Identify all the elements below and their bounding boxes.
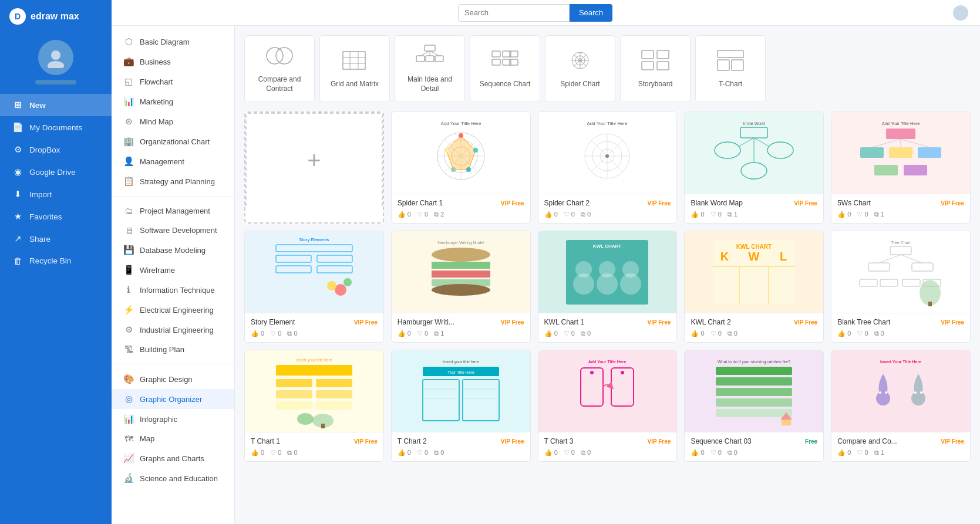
sidebar-item-recycle-bin[interactable]: 🗑 Recycle Bin (0, 250, 112, 272)
menu-item-science-edu[interactable]: 🔬 Science and Education (112, 468, 234, 488)
menu-item-building[interactable]: 🏗 Building Plan (112, 340, 234, 359)
sidebar: D edraw max ⊞ New 📄 My Documents ⚙ DropB… (0, 0, 112, 524)
svg-line-13 (420, 51, 430, 56)
like-stat: 👍 0 (837, 449, 851, 457)
menu-item-graphic-design[interactable]: 🎨 Graphic Design (112, 369, 234, 389)
menu-item-business[interactable]: 💼 Business (112, 52, 234, 72)
svg-rect-111 (868, 263, 890, 271)
menu-item-strategy[interactable]: 📋 Strategy and Planning (112, 171, 234, 191)
sidebar-item-google-drive[interactable]: ◉ Google Drive (0, 161, 112, 183)
menu-item-marketing[interactable]: 📊 Marketing (112, 92, 234, 111)
menu-item-graphs-charts[interactable]: 📈 Graphs and Charts (112, 448, 234, 468)
menu-item-graphic-organizer[interactable]: ◎ Graphic Organizer (112, 389, 234, 409)
menu-item-flowchart[interactable]: ◱ Flowchart (112, 72, 234, 92)
menu-item-mind-map[interactable]: ⊛ Mind Map (112, 111, 234, 131)
template-spider-chart-2[interactable]: Add Your Title Here (538, 111, 678, 224)
category-storyboard[interactable]: Storyboard (620, 35, 691, 102)
template-name: Spider Chart 1 (398, 199, 443, 207)
menu-item-wireframe[interactable]: 📱 Wireframe (112, 260, 234, 280)
svg-point-100 (620, 273, 641, 295)
template-info: KWL Chart 1 VIP Free 👍 0 ♡ 0 ⧉ 0 (538, 313, 677, 342)
search-button[interactable]: Search (570, 4, 612, 22)
vip-badge: VIP Free (354, 319, 378, 326)
svg-rect-130 (321, 424, 325, 428)
category-label: Compare andContract (258, 75, 301, 93)
category-main-idea[interactable]: Main Idea and Detail (395, 35, 465, 102)
search-input[interactable] (458, 4, 570, 22)
svg-rect-30 (657, 50, 669, 59)
copy-stat: ⧉ 0 (287, 449, 297, 457)
sidebar-item-import[interactable]: ⬇ Import (0, 183, 112, 205)
svg-rect-115 (902, 279, 920, 286)
category-spider-chart[interactable]: Spider Chart (545, 35, 615, 102)
category-label: Grid and Matrix (331, 80, 379, 89)
content-area: ⬡ Basic Diagram 💼 Business ◱ Flowchart 📊… (112, 26, 980, 524)
svg-marker-44 (446, 136, 476, 170)
sidebar-item-favorites[interactable]: ★ Favorites (0, 205, 112, 228)
template-t-chart-3[interactable]: Add Your Title Here (538, 350, 678, 462)
tree-thumb: Tree Chart (831, 231, 970, 313)
sidebar-item-dropbox[interactable]: ⚙ DropBox (0, 138, 112, 161)
template-kwl-chart-1[interactable]: KWL CHART KWL CHART (538, 231, 678, 343)
heart-stat: ♡ 0 (417, 211, 428, 218)
menu-item-industrial[interactable]: ⚙ Industrial Engineering (112, 320, 234, 340)
template-blank-tree-chart[interactable]: Tree Chart (831, 231, 971, 343)
menu-item-software-dev[interactable]: 🖥 Software Development (112, 221, 234, 240)
template-t-chart-2[interactable]: Insert your title here Your Title Here (391, 350, 531, 462)
template-title-row: Blank Word Map VIP Free (691, 199, 817, 207)
template-compare-co[interactable]: Insert Your Title Here (831, 350, 971, 462)
vip-badge: VIP Free (354, 438, 378, 445)
industrial-icon: ⚙ (123, 324, 134, 335)
template-5ws-chart[interactable]: Add Your Title Here (831, 111, 971, 224)
spider1-thumb: Add Your Title Here (392, 112, 530, 194)
svg-text:KWL CHART: KWL CHART (736, 244, 772, 250)
org-chart-icon: 🏢 (123, 136, 134, 147)
svg-line-117 (879, 255, 901, 263)
template-blank-word-map[interactable]: In the World Blank Word Map (684, 111, 824, 224)
plus-icon: + (307, 147, 321, 174)
category-grid-matrix[interactable]: Grid and Matrix (319, 35, 390, 102)
menu-item-org-chart[interactable]: 🏢 Organizational Chart (112, 131, 234, 151)
template-info: Sequence Chart 03 Free 👍 0 ♡ 0 ⧉ 0 (685, 432, 823, 461)
svg-text:Insert your title here: Insert your title here (443, 360, 479, 364)
menu-item-info-tech[interactable]: ℹ Information Technique (112, 280, 234, 300)
menu-item-management[interactable]: 👤 Management (112, 151, 234, 171)
template-hamburger[interactable]: Hamburger Writing Model Hamburger Writi.… (391, 231, 531, 343)
menu-item-electrical[interactable]: ⚡ Electrical Engineering (112, 300, 234, 320)
topbar-avatar[interactable] (953, 5, 968, 21)
template-name: Sequence Chart 03 (691, 437, 751, 445)
5ws-thumb: Add Your Title Here (831, 112, 970, 194)
svg-rect-60 (740, 127, 767, 138)
sidebar-item-my-documents[interactable]: 📄 My Documents (0, 116, 112, 138)
copy-stat: ⧉ 0 (434, 449, 444, 457)
template-title-row: Sequence Chart 03 Free (691, 437, 817, 445)
category-sequence-chart[interactable]: Sequence Chart (470, 35, 540, 102)
menu-item-project-mgmt[interactable]: 🗂 Project Management (112, 201, 234, 221)
category-t-chart[interactable]: T-Chart (695, 35, 766, 102)
svg-rect-126 (316, 390, 352, 398)
category-compare-contract[interactable]: Compare andContract (244, 35, 315, 102)
heart-stat: ♡ 0 (417, 330, 428, 337)
menu-item-infographic[interactable]: 📊 Infographic (112, 409, 234, 429)
menu-item-basic-diagram[interactable]: ⬡ Basic Diagram (112, 32, 234, 52)
svg-rect-35 (732, 60, 743, 70)
free-badge: Free (805, 438, 817, 445)
category-label: Spider Chart (560, 80, 600, 89)
mind-map-icon: ⊛ (123, 116, 134, 127)
template-story-element[interactable]: Story Elements (244, 231, 384, 343)
template-kwl-chart-2[interactable]: KWL CHART K W L KWL Chart 2 VIP Free (684, 231, 824, 343)
sidebar-item-new[interactable]: ⊞ New (0, 94, 112, 116)
template-sequence-chart-03[interactable]: What to do if your stocking catches fire… (684, 350, 824, 462)
menu-item-map[interactable]: 🗺 Map (112, 429, 234, 448)
sidebar-item-label: Recycle Bin (29, 256, 71, 265)
template-title-row: Hamburger Writi... VIP Free (398, 318, 524, 326)
svg-point-84 (327, 281, 336, 290)
database-icon: 💾 (123, 245, 134, 255)
template-stats: 👍 0 ♡ 0 ⧉ 0 (251, 449, 378, 457)
sidebar-item-share[interactable]: ↗ Share (0, 228, 112, 250)
template-t-chart-1[interactable]: Insert your title here (244, 350, 384, 462)
new-template-card[interactable]: + (244, 111, 384, 224)
menu-item-database[interactable]: 💾 Database Modeling (112, 240, 234, 260)
template-spider-chart-1[interactable]: Add Your Title Here (391, 111, 531, 224)
main-area: Search ⬡ Basic Diagram 💼 Business ◱ Flow… (112, 0, 980, 524)
